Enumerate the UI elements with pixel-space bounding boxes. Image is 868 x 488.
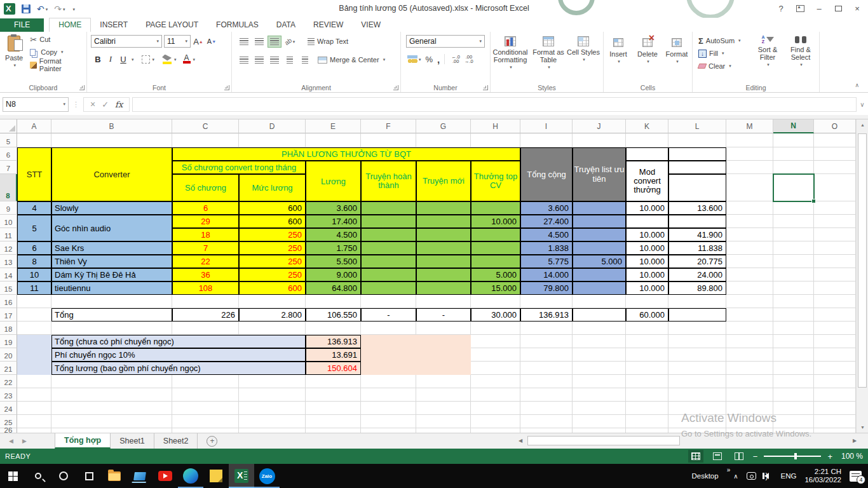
formula-input[interactable]: [132, 97, 857, 112]
cell-C6[interactable]: PHẦN LƯƠNG THƯỞNG TỪ BQT: [172, 147, 520, 161]
cell-B21[interactable]: Tổng lương (bao gồm phí chuyển ngọc): [51, 362, 306, 375]
cell-E17[interactable]: 106.550: [306, 308, 361, 322]
cell-E25[interactable]: [306, 415, 361, 428]
cell-H7[interactable]: Thưởng top CV: [471, 161, 520, 201]
cell-C25[interactable]: [172, 415, 239, 428]
cell-J6[interactable]: Truyện list ưu tiên: [573, 147, 626, 201]
paste-dropdown-icon[interactable]: [12, 62, 16, 69]
column-header-I[interactable]: I: [520, 119, 573, 133]
cell-H14[interactable]: 5.000: [471, 268, 520, 281]
cell-E10[interactable]: 17.400: [306, 215, 361, 228]
cell-N7[interactable]: [773, 161, 814, 174]
cell-H9[interactable]: [471, 201, 520, 215]
cell-E11[interactable]: 4.500: [306, 228, 361, 241]
cell-M12[interactable]: [726, 241, 773, 255]
cell-K15[interactable]: 10.000: [626, 281, 668, 295]
notification-center-icon[interactable]: 4: [850, 471, 862, 482]
cell-H13[interactable]: [471, 255, 520, 268]
cell-N19[interactable]: [773, 335, 814, 348]
cell-B12[interactable]: Sae Krs: [51, 241, 172, 255]
cell-L26[interactable]: [668, 428, 726, 433]
cell-G22[interactable]: [416, 375, 471, 388]
cell-I13[interactable]: 5.775: [520, 255, 573, 268]
cell-F23[interactable]: [361, 388, 416, 402]
cell-M24[interactable]: [726, 402, 773, 415]
cell-M9[interactable]: [726, 201, 773, 215]
clear-button[interactable]: Clear: [696, 60, 751, 72]
cell-M18[interactable]: [726, 322, 773, 335]
cell-A21[interactable]: [17, 362, 51, 375]
cell-H18[interactable]: [471, 322, 520, 335]
align-left-button[interactable]: [237, 54, 251, 66]
cell-O26[interactable]: [814, 428, 856, 433]
cell-L23[interactable]: [668, 388, 726, 402]
cell-J26[interactable]: [573, 428, 626, 433]
cell-M22[interactable]: [726, 375, 773, 388]
font-dialog-launcher-icon[interactable]: [224, 85, 229, 90]
cell-M7[interactable]: [726, 161, 773, 174]
cell-B5[interactable]: [51, 133, 172, 147]
cell-A26[interactable]: [17, 428, 51, 433]
cell-H25[interactable]: [471, 415, 520, 428]
cell-N21[interactable]: [773, 362, 814, 375]
cell-J16[interactable]: [573, 295, 626, 308]
cell-D16[interactable]: [239, 295, 306, 308]
cell-B16[interactable]: [51, 295, 172, 308]
cell-C13[interactable]: 22: [172, 255, 239, 268]
accounting-format-button[interactable]: [407, 53, 421, 65]
cell-G14[interactable]: [416, 268, 471, 281]
grow-font-button[interactable]: A▲: [193, 35, 204, 48]
cell-G9[interactable]: [416, 201, 471, 215]
clipboard-dialog-launcher-icon[interactable]: [79, 85, 85, 90]
cell-B23[interactable]: [51, 388, 172, 402]
column-header-K[interactable]: K: [626, 119, 668, 133]
cell-O9[interactable]: [814, 201, 856, 215]
cell-M6[interactable]: [726, 147, 773, 161]
cell-A24[interactable]: [17, 402, 51, 415]
column-header-A[interactable]: A: [17, 119, 51, 133]
cell-G25[interactable]: [416, 415, 471, 428]
cell-K10[interactable]: [626, 215, 668, 228]
zoom-slider-thumb[interactable]: [794, 453, 797, 459]
cell-K19[interactable]: [626, 335, 668, 348]
cell-A9[interactable]: 4: [17, 201, 51, 215]
cell-F22[interactable]: [361, 375, 416, 388]
cell-N16[interactable]: [773, 295, 814, 308]
cell-D9[interactable]: 600: [239, 201, 306, 215]
cell-F5[interactable]: [361, 133, 416, 147]
start-button[interactable]: [0, 464, 25, 488]
cell-K17[interactable]: 60.000: [626, 308, 668, 322]
cell-B9[interactable]: Slowly: [51, 201, 172, 215]
cell-E23[interactable]: [306, 388, 361, 402]
sort-filter-button[interactable]: AZ Sort & Filter: [751, 32, 784, 72]
cell-J22[interactable]: [573, 375, 626, 388]
cell-K24[interactable]: [626, 402, 668, 415]
row-header-12[interactable]: 12: [0, 241, 17, 255]
copy-button[interactable]: Copy: [28, 46, 85, 58]
cell-I10[interactable]: 27.400: [520, 215, 573, 228]
wrap-text-button[interactable]: Wrap Text: [306, 35, 350, 48]
row-header-15[interactable]: 15: [0, 281, 17, 295]
comma-style-button[interactable]: ,: [437, 54, 440, 65]
column-header-E[interactable]: E: [306, 119, 361, 133]
cell-N9[interactable]: [773, 201, 814, 215]
row-header-7[interactable]: 7: [0, 161, 17, 174]
cell-H10[interactable]: 10.000: [471, 215, 520, 228]
cell-I11[interactable]: 4.500: [520, 228, 573, 241]
sheet-tab-sheet2[interactable]: Sheet2: [154, 433, 198, 449]
cell-H17[interactable]: 30.000: [471, 308, 520, 322]
decrease-indent-button[interactable]: [283, 54, 297, 66]
cell-D11[interactable]: 250: [239, 228, 306, 241]
cell-M21[interactable]: [726, 362, 773, 375]
cell-N26[interactable]: [773, 428, 814, 433]
font-color-dropdown-icon[interactable]: [192, 53, 196, 65]
cell-E16[interactable]: [306, 295, 361, 308]
cell-O23[interactable]: [814, 388, 856, 402]
cell-G5[interactable]: [416, 133, 471, 147]
vertical-scrollbar[interactable]: ▲ ▼: [856, 119, 868, 433]
cell-J23[interactable]: [573, 388, 626, 402]
cell-K21[interactable]: [626, 362, 668, 375]
cancel-icon[interactable]: ×: [90, 99, 95, 109]
cell-L8[interactable]: [668, 174, 726, 201]
column-header-D[interactable]: D: [239, 119, 306, 133]
